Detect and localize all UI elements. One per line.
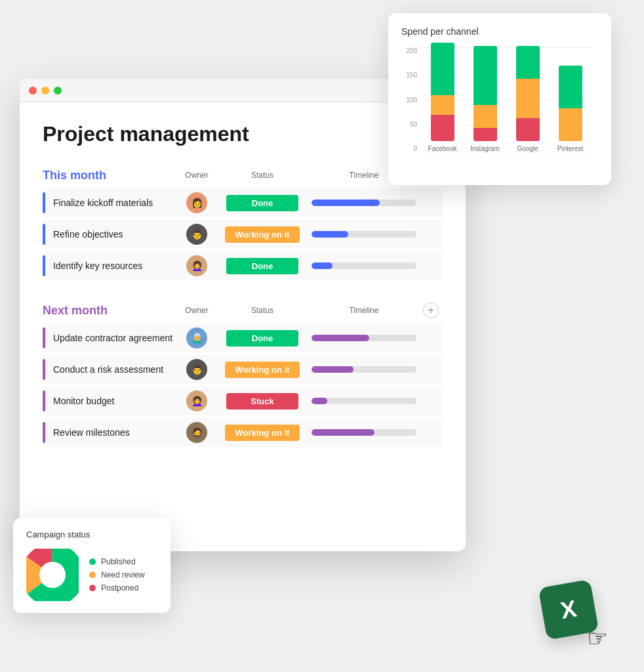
campaign-status-widget: Campaign status Published Need review: [13, 518, 171, 613]
timeline-bar-fill: [312, 231, 348, 238]
y-label: 150: [401, 72, 417, 79]
owner-col-header-1: Owner: [174, 171, 220, 180]
task-name: Identify key resources: [53, 261, 142, 271]
avatar-circle: 🧔: [186, 422, 207, 443]
bar-group-pinterest: Pinterest: [557, 66, 584, 152]
timeline-bar-fill: [312, 429, 374, 436]
bar-green: [516, 46, 540, 79]
bar-orange: [473, 105, 497, 128]
timeline-cell: [305, 335, 423, 341]
avatar-circle: 👩‍🦱: [186, 390, 207, 411]
task-name: Conduct a risk assessment: [53, 364, 163, 375]
excel-letter: X: [559, 595, 579, 625]
bar-red: [473, 128, 497, 141]
status-badge: Done: [226, 195, 298, 211]
task-row: Refine objectives 👨 Working on it: [43, 220, 443, 249]
timeline-col-header-2: Timeline: [305, 306, 423, 315]
legend-item-published: Published: [89, 557, 145, 566]
bar-label-facebook: Facebook: [428, 145, 457, 152]
task-name: Refine objectives: [53, 229, 123, 240]
page-title: Project management: [43, 122, 443, 146]
bar-label-instagram: Instagram: [470, 145, 499, 152]
minimize-dot[interactable]: [41, 87, 49, 94]
legend-label-postponed: Postponed: [101, 583, 138, 593]
avatar: 👩‍🦱: [174, 255, 220, 276]
task-border: [43, 327, 45, 348]
bar-orange: [431, 95, 454, 115]
bar-group-google: Google: [515, 46, 541, 152]
y-label: 200: [401, 47, 417, 54]
status-cell: Done: [220, 330, 305, 346]
bar-green: [473, 46, 497, 105]
status-badge: Stuck: [226, 393, 298, 410]
avatar-circle: 👨: [186, 224, 207, 245]
timeline-bar-fill: [312, 335, 369, 341]
task-name-cell: Refine objectives: [43, 224, 174, 245]
bar-label-google: Google: [517, 145, 538, 152]
timeline-bar-fill: [312, 200, 380, 206]
task-name: Update contractor agreement: [53, 333, 172, 343]
next-month-column-headers: Next month Owner Status Timeline +: [43, 300, 443, 321]
avatar: 🧔: [174, 422, 220, 443]
campaign-legend: Published Need review Postponed: [89, 557, 145, 593]
y-label: 100: [401, 96, 417, 104]
status-col-header-1: Status: [220, 171, 305, 180]
status-badge: Done: [226, 258, 298, 274]
y-label: 50: [401, 121, 417, 128]
avatar-circle: 👩‍🦱: [186, 255, 207, 276]
legend-item-need-review: Need review: [89, 570, 145, 579]
task-border: [43, 255, 45, 276]
timeline-bar-bg: [312, 366, 416, 373]
task-name: Finalize kickoff materials: [53, 198, 153, 208]
timeline-bar-bg: [312, 335, 416, 341]
next-month-section: Next month Owner Status Timeline + Updat…: [43, 300, 443, 447]
task-name-cell: Identify key resources: [43, 255, 174, 276]
avatar-circle: 👨‍🦳: [186, 327, 207, 348]
timeline-bar-fill: [312, 398, 327, 404]
timeline-bar-bg: [312, 429, 416, 436]
status-badge: Working on it: [225, 362, 300, 378]
task-name-cell: Review milestones: [43, 422, 174, 443]
avatar: 👨: [174, 359, 220, 380]
bar-green: [431, 43, 454, 95]
bar-label-pinterest: Pinterest: [557, 145, 583, 152]
legend-dot-need-review: [89, 572, 96, 578]
bar-red: [431, 115, 454, 141]
task-border: [43, 422, 45, 443]
status-col-header-2: Status: [220, 306, 305, 315]
bar-group-facebook: Facebook: [430, 43, 456, 152]
avatar: 👩: [174, 192, 220, 213]
status-cell: Working on it: [220, 226, 305, 243]
task-row: Review milestones 🧔 Working on it: [43, 418, 443, 447]
cursor-icon: ☞: [587, 625, 608, 652]
task-row: Identify key resources 👩‍🦱 Done: [43, 251, 443, 280]
bar-green: [559, 66, 582, 108]
status-cell: Working on it: [220, 425, 305, 441]
legend-label-need-review: Need review: [101, 570, 145, 579]
timeline-cell: [305, 231, 423, 238]
chart-bars-area: Facebook Instagram Google: [421, 47, 592, 152]
maximize-dot[interactable]: [54, 87, 62, 94]
avatar: 👨‍🦳: [174, 327, 220, 348]
timeline-cell: [305, 200, 423, 206]
close-dot[interactable]: [29, 87, 37, 94]
task-name-cell: Monitor budget: [43, 390, 174, 411]
bar-orange: [516, 79, 540, 118]
timeline-cell: [305, 398, 423, 404]
y-label: 0: [401, 145, 417, 152]
legend-dot-published: [89, 558, 96, 565]
task-row: Conduct a risk assessment 👨 Working on i…: [43, 355, 443, 384]
timeline-bar-bg: [312, 262, 416, 269]
pie-chart: [26, 549, 79, 601]
status-badge: Working on it: [225, 425, 300, 441]
avatar-circle: 👨: [186, 359, 207, 380]
task-name: Monitor budget: [53, 396, 114, 406]
this-month-label: This month: [43, 169, 106, 182]
timeline-cell: [305, 262, 423, 269]
timeline-bar-bg: [312, 231, 416, 238]
owner-col-header-2: Owner: [174, 306, 220, 315]
status-cell: Working on it: [220, 362, 305, 378]
legend-label-published: Published: [101, 557, 136, 566]
add-task-btn-2[interactable]: +: [423, 303, 439, 318]
task-name-cell: Conduct a risk assessment: [43, 359, 174, 380]
